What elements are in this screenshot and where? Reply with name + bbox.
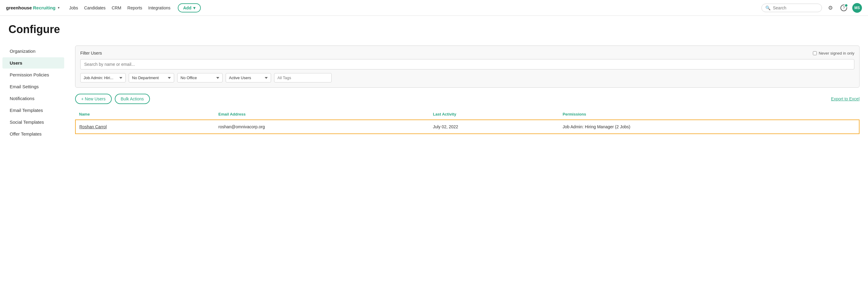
sidebar-item-social-templates[interactable]: Social Templates <box>2 116 64 128</box>
sidebar-item-label: Email Settings <box>10 84 39 89</box>
sidebar-item-label: Permission Policies <box>10 72 49 77</box>
sidebar-item-label: Users <box>10 60 23 65</box>
search-box[interactable]: 🔍 <box>762 4 822 12</box>
never-signed-label[interactable]: Never signed in only <box>813 51 855 56</box>
nav-crm[interactable]: CRM <box>112 5 121 10</box>
user-name-cell: Roshan Carrol <box>75 120 215 134</box>
col-last-activity[interactable]: Last Activity <box>430 109 559 120</box>
help-button[interactable]: ? <box>839 3 848 13</box>
sidebar-item-notifications[interactable]: Notifications <box>2 93 64 104</box>
top-nav: greenhouse Recruiting ▾ Jobs Candidates … <box>0 0 868 16</box>
sidebar-item-email-settings[interactable]: Email Settings <box>2 81 64 92</box>
logo-text: greenhouse <box>6 5 32 10</box>
bulk-actions-label: Bulk Actions <box>121 96 144 101</box>
tags-filter-input[interactable] <box>274 73 332 83</box>
add-button-chevron: ▾ <box>193 5 195 10</box>
sidebar-item-label: Email Templates <box>10 108 43 113</box>
sidebar-item-label: Notifications <box>10 96 34 101</box>
settings-icon: ⚙ <box>828 4 833 11</box>
main-content: Filter Users Never signed in only Job Ad… <box>67 41 868 145</box>
logo[interactable]: greenhouse Recruiting ▾ <box>6 5 59 10</box>
new-users-button[interactable]: + New Users <box>75 94 112 104</box>
page-header: Configure <box>0 16 868 41</box>
sidebar-item-label: Organization <box>10 49 35 54</box>
filter-title: Filter Users <box>80 51 102 56</box>
table-header: Name Email Address Last Activity Permiss… <box>75 109 859 120</box>
user-activity-cell: July 02, 2022 <box>430 120 559 134</box>
export-excel-link[interactable]: Export to Excel <box>831 96 860 101</box>
user-search-input[interactable] <box>80 59 855 69</box>
col-email[interactable]: Email Address <box>215 109 430 120</box>
table-row: Roshan Carrol roshan@omnivacorp.org July… <box>75 120 859 134</box>
nav-right: 🔍 ⚙ ? MS <box>762 3 862 13</box>
add-button-label: Add <box>183 5 191 10</box>
new-users-label: + New Users <box>81 96 106 101</box>
add-button[interactable]: Add ▾ <box>178 3 201 12</box>
table-header-row: Name Email Address Last Activity Permiss… <box>75 109 859 120</box>
nav-jobs[interactable]: Jobs <box>69 5 78 10</box>
sidebar-item-offer-templates[interactable]: Offer Templates <box>2 128 64 140</box>
user-permissions-cell: Job Admin: Hiring Manager (2 Jobs) <box>559 120 859 134</box>
never-signed-checkbox[interactable] <box>813 51 817 55</box>
nav-reports[interactable]: Reports <box>127 5 142 10</box>
sidebar-item-label: Social Templates <box>10 119 44 125</box>
col-permissions[interactable]: Permissions <box>559 109 859 120</box>
user-email-cell: roshan@omnivacorp.org <box>215 120 430 134</box>
nav-links: Jobs Candidates CRM Reports Integrations <box>69 5 170 10</box>
sidebar: Organization Users Permission Policies E… <box>0 41 67 145</box>
logo-chevron: ▾ <box>58 6 59 9</box>
sidebar-item-users[interactable]: Users <box>2 57 64 68</box>
sidebar-item-permission-policies[interactable]: Permission Policies <box>2 69 64 80</box>
page-layout: Configure Organization Users Permission … <box>0 16 868 145</box>
users-table: Name Email Address Last Activity Permiss… <box>75 109 860 134</box>
content-layout: Organization Users Permission Policies E… <box>0 41 868 145</box>
table-body: Roshan Carrol roshan@omnivacorp.org July… <box>75 120 859 134</box>
nav-candidates[interactable]: Candidates <box>84 5 106 10</box>
search-icon: 🔍 <box>765 5 771 10</box>
never-signed-text: Never signed in only <box>818 51 855 56</box>
page-title: Configure <box>8 23 860 36</box>
sidebar-item-email-templates[interactable]: Email Templates <box>2 105 64 116</box>
department-filter-select[interactable]: No Department <box>129 73 174 83</box>
avatar[interactable]: MS <box>852 3 862 13</box>
nav-integrations[interactable]: Integrations <box>148 5 170 10</box>
filter-dropdowns: Job Admin: Hiri... No Department No Offi… <box>80 73 855 83</box>
sidebar-item-organization[interactable]: Organization <box>2 46 64 57</box>
search-input[interactable] <box>773 5 818 10</box>
avatar-initials: MS <box>855 6 860 10</box>
status-filter-select[interactable]: Active Users <box>226 73 271 83</box>
filter-header: Filter Users Never signed in only <box>80 51 855 56</box>
actions-row: + New Users Bulk Actions Export to Excel <box>75 94 860 104</box>
role-filter-select[interactable]: Job Admin: Hiri... <box>80 73 126 83</box>
filter-box: Filter Users Never signed in only Job Ad… <box>75 46 860 88</box>
help-icon: ? <box>840 4 847 11</box>
logo-green-text: Recruiting <box>33 5 55 10</box>
settings-button[interactable]: ⚙ <box>826 3 835 13</box>
user-name-link[interactable]: Roshan Carrol <box>79 124 106 129</box>
col-name[interactable]: Name <box>75 109 215 120</box>
bulk-actions-button[interactable]: Bulk Actions <box>115 94 150 104</box>
office-filter-select[interactable]: No Office <box>177 73 223 83</box>
sidebar-item-label: Offer Templates <box>10 131 41 137</box>
